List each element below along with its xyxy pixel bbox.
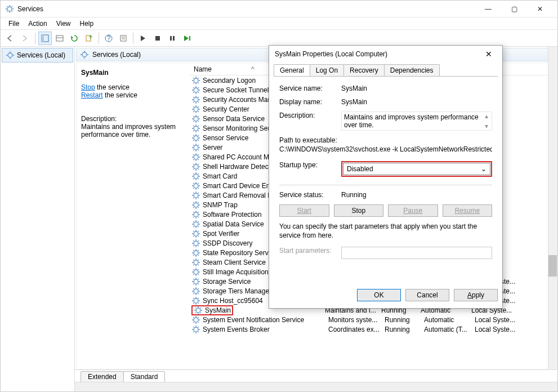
- tree-node-label: Services (Local): [17, 51, 65, 59]
- gear-icon: [191, 124, 200, 133]
- gear-icon: [191, 287, 200, 296]
- tab-dependencies[interactable]: Dependencies: [384, 64, 440, 76]
- menu-file[interactable]: File: [4, 19, 24, 29]
- tab-recovery[interactable]: Recovery: [343, 64, 385, 76]
- gear-icon: [191, 172, 200, 181]
- services-icon: [5, 5, 14, 14]
- svg-rect-3: [56, 35, 63, 41]
- vertical-scrollbar[interactable]: [548, 47, 557, 369]
- svg-point-34: [194, 241, 198, 246]
- svg-point-35: [194, 251, 198, 255]
- gear-icon: [191, 268, 200, 277]
- minimize-button[interactable]: —: [475, 1, 501, 17]
- forward-button[interactable]: [19, 32, 32, 45]
- toolbar: ?: [1, 30, 557, 47]
- restart-link[interactable]: Restart: [81, 91, 103, 99]
- detail-desc-text: Maintains and improves system performanc…: [81, 123, 185, 139]
- stop-link[interactable]: Stop: [81, 83, 95, 91]
- path-value: C:\WINDOWS\system32\svchost.exe -k Local…: [279, 145, 492, 153]
- gear-icon: [6, 51, 15, 60]
- refresh-button[interactable]: [68, 32, 81, 45]
- detail-service-name: SysMain: [81, 69, 185, 77]
- tab-logon[interactable]: Log On: [310, 64, 344, 76]
- svg-point-32: [194, 222, 198, 226]
- stop-service-button[interactable]: [151, 32, 164, 45]
- gear-icon: [191, 229, 200, 238]
- menu-view[interactable]: View: [52, 19, 75, 29]
- gear-icon: [191, 114, 200, 123]
- svg-point-17: [194, 78, 198, 83]
- gear-icon: [191, 133, 200, 142]
- detail-panel: SysMain Stop the service Restart the ser…: [77, 63, 189, 369]
- svg-point-33: [194, 231, 198, 236]
- gear-icon: [191, 201, 200, 210]
- toolbar-button-2[interactable]: [53, 32, 66, 45]
- stop-button[interactable]: Stop: [334, 204, 384, 217]
- tree-node-services[interactable]: Services (Local): [2, 48, 73, 63]
- gear-icon: [191, 105, 200, 114]
- pane-header-label: Services (Local): [92, 51, 141, 59]
- apply-button[interactable]: Apply: [454, 289, 498, 301]
- start-service-button[interactable]: [136, 32, 150, 45]
- cancel-button[interactable]: Cancel: [405, 289, 449, 301]
- start-params-label: Start parameters:: [279, 247, 341, 255]
- menu-help[interactable]: Help: [75, 19, 99, 29]
- gear-icon: [191, 191, 200, 200]
- svg-point-16: [82, 52, 87, 57]
- svg-point-24: [194, 145, 198, 150]
- properties-dialog: SysMain Properties (Local Computer) ✕ Ge…: [269, 45, 503, 309]
- properties-button[interactable]: [117, 32, 130, 45]
- pause-button: Pause: [388, 204, 438, 217]
- dialog-title: SysMain Properties (Local Computer): [275, 50, 481, 58]
- show-hide-tree-button[interactable]: [38, 32, 52, 45]
- svg-point-31: [194, 212, 198, 217]
- gear-icon: [194, 306, 203, 315]
- svg-point-43: [194, 327, 198, 332]
- startup-type-label: Startup type:: [279, 161, 341, 169]
- back-button[interactable]: [4, 32, 17, 45]
- svg-point-30: [194, 203, 198, 207]
- svg-point-20: [194, 107, 198, 112]
- dialog-close-button[interactable]: ✕: [481, 50, 497, 59]
- close-button[interactable]: ✕: [527, 1, 553, 17]
- display-name-label: Display name:: [279, 98, 341, 106]
- maximize-button[interactable]: ▢: [501, 1, 527, 17]
- restart-service-button[interactable]: [180, 32, 194, 45]
- service-row[interactable]: System Events BrokerCoordinates ex...Run…: [189, 324, 556, 334]
- svg-point-23: [194, 136, 198, 140]
- svg-rect-12: [170, 36, 172, 41]
- pause-service-button[interactable]: [166, 32, 179, 45]
- scrollbar-thumb[interactable]: [548, 255, 557, 277]
- description-label: Description:: [279, 112, 341, 119]
- gear-icon: [191, 86, 200, 95]
- tab-general[interactable]: General: [274, 64, 310, 76]
- gear-icon: [191, 143, 200, 152]
- tree-pane: Services (Local): [1, 47, 75, 391]
- display-name-value: SysMain: [341, 98, 492, 106]
- gear-icon: [191, 239, 200, 248]
- svg-point-40: [194, 299, 198, 303]
- restart-suffix: the service: [103, 91, 137, 99]
- description-value: Maintains and improves system performanc…: [341, 112, 492, 131]
- svg-rect-11: [155, 36, 160, 41]
- help-button[interactable]: ?: [102, 32, 115, 45]
- horizontal-scrollbar[interactable]: [75, 382, 557, 391]
- export-button[interactable]: [82, 32, 96, 45]
- gear-icon: [80, 50, 89, 59]
- gear-icon: [191, 325, 200, 334]
- startup-type-select[interactable]: Disabled⌄: [343, 163, 490, 175]
- ok-button[interactable]: OK: [357, 289, 401, 301]
- gear-icon: [191, 220, 200, 229]
- tab-standard[interactable]: Standard: [123, 371, 166, 382]
- menu-action[interactable]: Action: [24, 19, 51, 29]
- svg-point-18: [194, 88, 198, 92]
- start-params-note: You can specify the start parameters tha…: [279, 222, 492, 240]
- tab-extended[interactable]: Extended: [81, 371, 124, 382]
- gear-icon: [191, 210, 200, 219]
- service-row[interactable]: System Event Notification ServiceMonitor…: [189, 315, 556, 324]
- path-label: Path to executable:: [279, 136, 492, 144]
- svg-rect-14: [189, 36, 190, 41]
- svg-point-38: [194, 279, 198, 284]
- detail-desc-label: Description:: [81, 115, 185, 123]
- service-name-label: Service name:: [279, 84, 341, 92]
